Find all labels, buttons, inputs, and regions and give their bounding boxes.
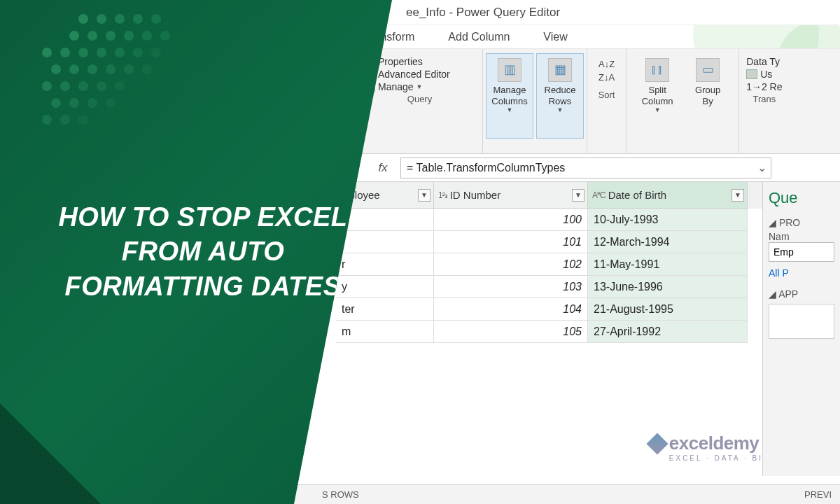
sort-descending-button[interactable]: Z↓A bbox=[598, 72, 615, 83]
brand-tagline: EXCEL · DATA · BI bbox=[669, 454, 763, 462]
applied-steps-section-label: ◢ APP bbox=[769, 288, 834, 300]
table-row[interactable]: 10010-July-1993 bbox=[336, 209, 762, 231]
group-label-sort: Sort bbox=[594, 88, 619, 100]
watermark: exceldemy EXCEL · DATA · BI bbox=[650, 433, 763, 462]
cell-id-number[interactable]: 102 bbox=[434, 253, 588, 276]
cell-id-number[interactable]: 100 bbox=[434, 209, 588, 231]
pane-heading: Que bbox=[769, 189, 834, 207]
name-label: Nam bbox=[769, 231, 834, 242]
cell-employee[interactable]: y bbox=[336, 276, 434, 298]
all-properties-link[interactable]: All P bbox=[769, 267, 834, 279]
group-label-transform: Trans bbox=[746, 92, 782, 104]
number-type-icon: 1²₃ bbox=[438, 190, 447, 200]
fx-label[interactable]: fx bbox=[371, 161, 395, 175]
split-column-button[interactable]: ⫿⫿ Split Column ▼ bbox=[634, 53, 681, 139]
cell-id-number[interactable]: 105 bbox=[434, 321, 588, 343]
status-right: PREVI bbox=[804, 489, 832, 500]
advanced-editor-button[interactable]: Advanced Editor bbox=[364, 69, 475, 80]
split-column-icon: ⫿⫿ bbox=[645, 58, 669, 82]
data-type-dropdown[interactable]: Data Ty bbox=[746, 56, 782, 67]
use-headers-icon bbox=[746, 69, 757, 79]
chevron-down-icon: ▼ bbox=[507, 106, 513, 114]
data-grid: mployee ▼ 1²₃ ID Number ▼ AᴮC Date of Bi… bbox=[336, 182, 763, 476]
filter-dropdown-icon[interactable]: ▼ bbox=[732, 189, 744, 202]
cell-id-number[interactable]: 103 bbox=[434, 276, 588, 298]
filter-dropdown-icon[interactable]: ▼ bbox=[572, 189, 584, 202]
cell-employee[interactable]: ter bbox=[336, 298, 434, 321]
cell-date-of-birth[interactable]: 10-July-1993 bbox=[588, 209, 748, 231]
chevron-down-icon: ▼ bbox=[416, 83, 423, 90]
group-by-button[interactable]: ▭ Group By bbox=[684, 53, 732, 139]
grid-header: mployee ▼ 1²₃ ID Number ▼ AᴮC Date of Bi… bbox=[336, 182, 762, 209]
cell-employee[interactable]: m bbox=[336, 321, 434, 343]
tab-add-column[interactable]: Add Column bbox=[448, 31, 510, 43]
query-name-input[interactable] bbox=[769, 242, 834, 262]
column-header-date-of-birth[interactable]: AᴮC Date of Birth ▼ bbox=[588, 182, 748, 209]
manage-dropdown[interactable]: Manage ▼ bbox=[364, 81, 475, 92]
query-settings-pane: Que ◢ PRO Nam All P ◢ APP bbox=[763, 182, 840, 476]
cell-date-of-birth[interactable]: 11-May-1991 bbox=[588, 253, 748, 276]
status-left: S ROWS bbox=[322, 489, 359, 500]
reduce-rows-button[interactable]: ▦ Reduce Rows ▼ bbox=[536, 53, 584, 139]
cell-date-of-birth[interactable]: 21-August-1995 bbox=[588, 298, 748, 321]
decorative-dots bbox=[42, 14, 182, 154]
formula-input[interactable]: = Table.TransformColumnTypes ⌄ bbox=[400, 158, 771, 178]
cell-date-of-birth[interactable]: 12-March-1994 bbox=[588, 231, 748, 253]
tab-view[interactable]: View bbox=[543, 31, 567, 43]
cell-id-number[interactable]: 104 bbox=[434, 298, 588, 321]
replace-values-button[interactable]: 1→2 Re bbox=[746, 81, 782, 92]
table-row[interactable]: ter10421-August-1995 bbox=[336, 298, 762, 321]
reduce-rows-icon: ▦ bbox=[548, 58, 572, 82]
column-header-id-number[interactable]: 1²₃ ID Number ▼ bbox=[434, 182, 588, 209]
table-row[interactable]: r10211-May-1991 bbox=[336, 253, 762, 276]
brand-name: exceldemy bbox=[669, 433, 759, 454]
logo-cube-icon bbox=[646, 433, 668, 454]
manage-columns-icon: ▥ bbox=[498, 58, 522, 82]
window-title: ee_Info - Power Query Editor bbox=[406, 6, 560, 20]
cell-date-of-birth[interactable]: 13-June-1996 bbox=[588, 276, 748, 298]
cell-employee[interactable]: r bbox=[336, 253, 434, 276]
cell-date-of-birth[interactable]: 27-April-1992 bbox=[588, 321, 748, 343]
text-type-icon: AᴮC bbox=[592, 190, 606, 200]
applied-steps-box[interactable] bbox=[769, 304, 834, 339]
chevron-down-icon: ▼ bbox=[654, 106, 661, 114]
group-by-icon: ▭ bbox=[696, 58, 720, 82]
chevron-down-icon: ▼ bbox=[557, 106, 564, 114]
table-row[interactable]: 10112-March-1994 bbox=[336, 231, 762, 253]
table-row[interactable]: y10313-June-1996 bbox=[336, 276, 762, 298]
cell-id-number[interactable]: 101 bbox=[434, 231, 588, 253]
sort-ascending-button[interactable]: A↓Z bbox=[598, 59, 615, 69]
chevron-down-icon[interactable]: ⌄ bbox=[757, 161, 766, 174]
table-row[interactable]: m10527-April-1992 bbox=[336, 321, 762, 343]
manage-columns-button[interactable]: ▥ Manage Columns ▼ bbox=[486, 53, 533, 139]
filter-dropdown-icon[interactable]: ▼ bbox=[418, 189, 430, 202]
overlay-title: HOW TO STOP EXCEL FROM AUTO FORMATTING D… bbox=[51, 200, 368, 304]
cell-employee[interactable] bbox=[336, 231, 434, 253]
group-label-query: Query bbox=[364, 92, 475, 104]
use-first-row-button[interactable]: Us bbox=[746, 69, 782, 80]
properties-section-label: ◢ PRO bbox=[769, 217, 834, 228]
